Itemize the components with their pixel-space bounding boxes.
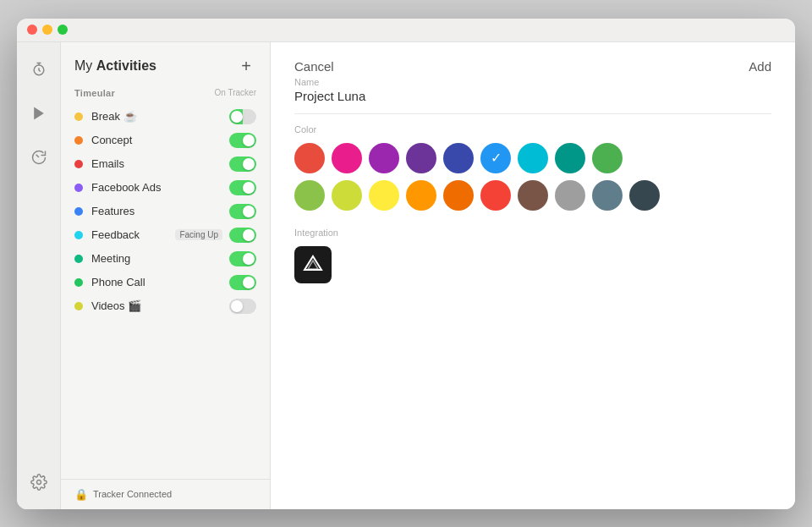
activity-color-dot [74, 255, 83, 263]
activity-name: Concept [91, 134, 229, 146]
color-swatch[interactable] [629, 180, 660, 211]
color-swatch[interactable] [555, 180, 585, 211]
integration-label: Integration [294, 228, 771, 238]
activities-list: Break ☕ Concept Emails [61, 102, 270, 479]
toggle-break[interactable] [229, 109, 256, 124]
name-value: Project Luna [294, 89, 771, 114]
activities-title: My Activities [74, 58, 156, 74]
activity-color-dot [74, 302, 83, 310]
color-swatch[interactable] [443, 180, 474, 211]
activities-header: My Activities + [61, 42, 270, 83]
activity-name: Emails [91, 157, 229, 170]
name-label: Name [294, 77, 771, 87]
status-bar: 🔒 Tracker Connected [61, 479, 270, 509]
list-item[interactable]: Feedback Facing Up [61, 223, 270, 247]
toggle-videos[interactable] [229, 299, 256, 314]
main-window: My Activities + Timeular On Tracker Brea… [17, 19, 795, 509]
settings-icon[interactable] [25, 469, 52, 496]
titlebar [17, 19, 795, 42]
section-header: Timeular On Tracker [61, 83, 270, 102]
svg-marker-1 [34, 107, 44, 119]
maximize-button[interactable] [58, 25, 68, 35]
color-swatch[interactable] [406, 143, 436, 173]
activities-panel: My Activities + Timeular On Tracker Brea… [61, 42, 271, 509]
section-title: Timeular [74, 88, 115, 98]
app-body: My Activities + Timeular On Tracker Brea… [17, 42, 795, 509]
toggle-features[interactable] [229, 204, 256, 219]
main-content: Cancel Add Name Project Luna Color ✓ [271, 42, 795, 509]
lock-icon: 🔒 [74, 488, 88, 501]
add-activity-button[interactable]: + [236, 56, 256, 76]
color-swatch[interactable] [369, 143, 399, 173]
list-item[interactable]: Phone Call [61, 271, 270, 294]
sidebar-icons [17, 42, 61, 509]
activity-color-dot [74, 207, 83, 216]
svg-marker-3 [304, 256, 321, 270]
color-label: Color [294, 124, 771, 134]
add-button[interactable]: Add [749, 59, 771, 74]
on-tracker-label: On Tracker [215, 88, 256, 97]
traffic-lights [27, 25, 68, 35]
activity-color-dot [74, 231, 83, 239]
activity-color-dot [74, 136, 83, 145]
color-swatch[interactable] [294, 143, 325, 173]
toggle-meeting[interactable] [229, 251, 256, 266]
list-item[interactable]: Features [61, 200, 270, 223]
color-swatch[interactable] [555, 143, 585, 173]
reports-icon[interactable] [25, 144, 52, 171]
activity-name: Feedback [91, 228, 175, 241]
color-swatch[interactable] [592, 143, 623, 173]
color-row-2 [294, 180, 771, 211]
color-swatch[interactable] [369, 180, 399, 211]
tracker-status: Tracker Connected [93, 489, 172, 499]
list-item[interactable]: Meeting [61, 247, 270, 271]
timeular-logo [303, 255, 323, 275]
toggle-phonecall[interactable] [229, 275, 256, 290]
toggle-emails[interactable] [229, 156, 256, 172]
integration-box[interactable] [294, 246, 332, 283]
color-row-1: ✓ [294, 143, 771, 173]
toggle-facebook[interactable] [229, 180, 256, 195]
color-swatch[interactable] [332, 143, 362, 173]
activity-name: Videos 🎬 [91, 299, 229, 312]
activity-color-dot [74, 184, 83, 192]
activity-name: Features [91, 205, 229, 217]
activity-color-dot [74, 113, 83, 121]
cancel-button[interactable]: Cancel [294, 59, 334, 74]
activity-name: Facebook Ads [91, 181, 229, 194]
color-swatch[interactable] [294, 180, 325, 211]
activity-name: Break ☕ [91, 110, 229, 123]
color-swatch[interactable] [332, 180, 362, 211]
svg-point-2 [36, 480, 41, 484]
tracking-icon[interactable] [25, 100, 52, 127]
close-button[interactable] [27, 25, 37, 35]
minimize-button[interactable] [42, 25, 52, 35]
main-header: Cancel Add [294, 59, 771, 74]
toggle-concept[interactable] [229, 133, 256, 148]
color-grid: ✓ [294, 143, 771, 211]
color-swatch[interactable] [443, 143, 474, 173]
color-swatch[interactable] [480, 180, 511, 211]
activity-color-dot [74, 160, 83, 168]
activity-color-dot [74, 278, 83, 287]
activity-badge: Facing Up [175, 229, 222, 240]
toggle-feedback[interactable] [229, 228, 256, 243]
list-item[interactable]: Videos 🎬 [61, 294, 270, 318]
list-item[interactable]: Break ☕ [61, 105, 270, 129]
list-item[interactable]: Concept [61, 129, 270, 152]
color-swatch[interactable] [406, 180, 436, 211]
color-swatch[interactable] [592, 180, 623, 211]
list-item[interactable]: Facebook Ads [61, 176, 270, 200]
timer-icon[interactable] [25, 56, 52, 83]
color-swatch[interactable] [518, 180, 548, 211]
activity-name: Meeting [91, 252, 229, 265]
color-swatch-selected[interactable]: ✓ [480, 143, 511, 173]
activity-name: Phone Call [91, 276, 229, 288]
color-swatch[interactable] [518, 143, 548, 173]
list-item[interactable]: Emails [61, 152, 270, 176]
